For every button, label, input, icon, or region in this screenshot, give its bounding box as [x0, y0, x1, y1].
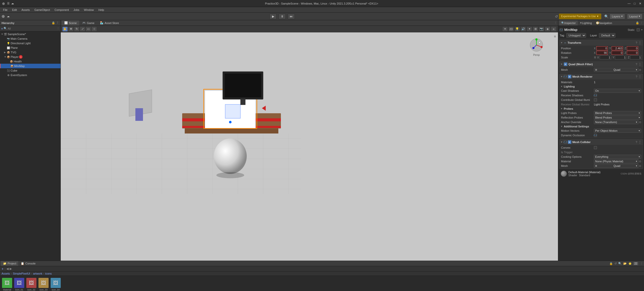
- cloud-save-icon[interactable]: ☁: [7, 15, 10, 18]
- mesh-filter-menu-icon[interactable]: ⋮: [638, 62, 642, 66]
- mesh-filter-header[interactable]: ▼ ⊞ Quad (Mesh Filter) ? ⋮: [559, 61, 643, 67]
- anchor-override-dropdown[interactable]: None (Transform): [594, 120, 638, 124]
- mesh-collider-checkbox[interactable]: ✓: [564, 141, 567, 144]
- inspector-panel-lock-icon[interactable]: 🔒: [636, 21, 639, 25]
- transform-tool-button[interactable]: ⊹: [91, 27, 97, 32]
- static-dropdown-icon[interactable]: ▾: [641, 28, 642, 31]
- mesh-collider-header[interactable]: ▼ ✓ ⊞ Mesh Collider ? ⋮: [559, 139, 643, 145]
- menu-window[interactable]: Window: [82, 8, 96, 12]
- scene-audio-button[interactable]: 🔊: [521, 27, 526, 32]
- menu-help[interactable]: Help: [96, 8, 106, 12]
- anchor-override-select-icon[interactable]: ⊙: [639, 121, 641, 124]
- hierarchy-item-dirlight[interactable]: 💡 Directional Light: [0, 41, 60, 46]
- asset-item-4[interactable]: 🖼 icon_03: [38, 278, 49, 291]
- search-icon[interactable]: 🔍: [604, 14, 609, 18]
- pause-button[interactable]: ⏸: [279, 14, 286, 19]
- static-checkbox[interactable]: [637, 28, 640, 31]
- assets-path-artwork[interactable]: artwork: [33, 272, 42, 275]
- scale-z-input[interactable]: [630, 55, 641, 59]
- hierarchy-item-eventsystem[interactable]: ⚙ EventSystem: [0, 73, 60, 77]
- collider-mesh-select-icon[interactable]: ⊙: [639, 164, 641, 168]
- position-z-input[interactable]: [627, 46, 638, 50]
- scene-fx-button[interactable]: ✦: [527, 27, 532, 32]
- hand-tool-button[interactable]: ✋: [62, 27, 68, 32]
- hierarchy-item-player[interactable]: ▼ 📦 Player 1: [0, 55, 60, 59]
- hierarchy-item-samplescene[interactable]: ▼ 🎬 SampleScene*: [0, 32, 60, 36]
- project-lock-icon[interactable]: 🔒: [609, 262, 613, 265]
- mesh-renderer-help-icon[interactable]: ?: [636, 75, 637, 78]
- scene-settings-icon[interactable]: ≡: [554, 34, 556, 38]
- hierarchy-add-button[interactable]: +: [1, 27, 3, 31]
- hierarchy-menu-icon[interactable]: ⋮: [56, 21, 59, 25]
- project-folder-icon[interactable]: 📂: [623, 262, 627, 265]
- asset-item-5[interactable]: 🖼 icon_04: [51, 278, 61, 291]
- asset-item-1[interactable]: 🖼 Material: [2, 278, 12, 291]
- maximize-button[interactable]: □: [633, 2, 636, 5]
- cloud-icon[interactable]: ☁: [11, 2, 14, 5]
- rotate-tool-button[interactable]: ↻: [74, 27, 79, 32]
- transform-menu-icon[interactable]: ⋮: [638, 41, 642, 45]
- project-refresh-icon[interactable]: ↺: [614, 262, 617, 265]
- motion-vectors-dropdown[interactable]: Per Object Motion: [594, 129, 641, 133]
- cooking-options-dropdown[interactable]: Everything: [594, 155, 641, 159]
- collider-material-select-icon[interactable]: ⊙: [639, 160, 641, 163]
- tab-navigation[interactable]: 🧭 Navigation: [594, 20, 614, 26]
- reflection-probes-dropdown[interactable]: Blend Probes: [594, 116, 641, 120]
- menu-file[interactable]: File: [1, 8, 10, 12]
- scene-camera-button[interactable]: 📷: [539, 27, 544, 32]
- collab-icon[interactable]: ↺: [555, 14, 558, 18]
- mesh-filter-help-icon[interactable]: ?: [636, 63, 637, 66]
- mesh-renderer-header[interactable]: ▼ ✓ ⊞ Mesh Renderer ? ⋮: [559, 74, 643, 79]
- scene-gizmo-button[interactable]: ◈: [545, 27, 550, 32]
- convex-checkbox[interactable]: [594, 146, 597, 149]
- minimize-button[interactable]: —: [627, 2, 631, 5]
- scale-tool-button[interactable]: ⤢: [80, 27, 85, 32]
- hamburger-icon[interactable]: ☰: [7, 2, 10, 5]
- rotation-z-input[interactable]: [627, 51, 638, 55]
- step-button[interactable]: ⏭: [288, 14, 295, 19]
- close-button[interactable]: ✕: [638, 2, 642, 5]
- add-asset-button[interactable]: +: [2, 267, 4, 271]
- tab-project[interactable]: 📁 Project: [1, 261, 18, 266]
- hierarchy-item-cube[interactable]: ⬛ Cube: [0, 68, 60, 73]
- scene-overlay-button[interactable]: ⊞: [533, 27, 538, 32]
- rect-tool-button[interactable]: ▭: [86, 27, 91, 32]
- layers-button[interactable]: Layers ▾: [610, 14, 625, 19]
- tab-game[interactable]: 🎮 Game: [80, 20, 97, 26]
- mesh-renderer-checkbox[interactable]: ✓: [564, 75, 567, 78]
- layout-button[interactable]: Layout ▾: [627, 14, 642, 19]
- move-tool-button[interactable]: ✥: [68, 27, 74, 32]
- contribute-gi-checkbox[interactable]: [594, 98, 597, 101]
- scale-y-input[interactable]: [615, 55, 626, 59]
- scene-view[interactable]: Persp ≡: [61, 32, 558, 261]
- assets-path-icons[interactable]: icons: [45, 272, 52, 275]
- hierarchy-item-minimap[interactable]: 📦 MiniMap: [0, 64, 60, 68]
- tab-inspector[interactable]: 🔍 Inspector: [559, 20, 578, 26]
- menu-assets[interactable]: Assets: [19, 8, 32, 12]
- tag-dropdown[interactable]: Untagged: [566, 33, 586, 38]
- collider-material-dropdown[interactable]: None (Physic Material): [594, 159, 638, 163]
- asset-item-3[interactable]: 🖼 icon_02: [26, 278, 36, 291]
- menu-gameobject[interactable]: GameObject: [32, 8, 52, 12]
- assets-path-assets[interactable]: Assets: [2, 272, 10, 275]
- menu-jobs[interactable]: Jobs: [71, 8, 81, 12]
- hierarchy-extra-icon[interactable]: ⋮: [57, 27, 59, 30]
- position-x-input[interactable]: [596, 46, 608, 50]
- experimental-packages-button[interactable]: Experimental Packages In Use ▼: [559, 14, 601, 19]
- probes-section-header[interactable]: ▼ Probes: [559, 107, 643, 111]
- hierarchy-item-health[interactable]: 📦 Health: [0, 59, 60, 64]
- scene-2d-button[interactable]: 2D: [508, 27, 514, 32]
- mesh-collider-menu-icon[interactable]: ⋮: [638, 140, 642, 144]
- tab-scene[interactable]: ⬜ Scene: [62, 20, 79, 26]
- hierarchy-item-maincamera[interactable]: 📷 Main Camera: [0, 36, 60, 41]
- receive-shadows-checkbox[interactable]: ✓: [594, 94, 597, 97]
- layer-dropdown[interactable]: Default: [599, 33, 615, 38]
- transform-help-icon[interactable]: ?: [636, 41, 637, 44]
- additional-settings-header[interactable]: ▼ Additional Settings: [559, 124, 643, 128]
- scene-lighting-button[interactable]: 💡: [514, 27, 520, 32]
- inspector-panel-menu-icon[interactable]: ⋮: [640, 21, 643, 25]
- light-probes-dropdown[interactable]: Blend Probes: [594, 111, 641, 115]
- dynamic-occlusion-checkbox[interactable]: ✓: [594, 134, 597, 137]
- account-icon[interactable]: ⊕: [2, 14, 5, 19]
- position-y-input[interactable]: [612, 46, 623, 50]
